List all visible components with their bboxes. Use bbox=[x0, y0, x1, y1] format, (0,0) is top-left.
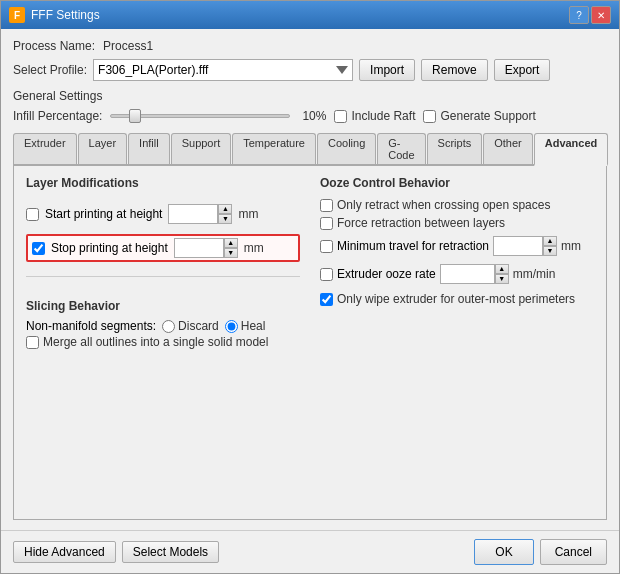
min-travel-row: Minimum travel for retraction 1.00 ▲ ▼ m… bbox=[320, 236, 594, 256]
select-profile-label: Select Profile: bbox=[13, 63, 87, 77]
discard-radio-label[interactable]: Discard bbox=[162, 319, 219, 333]
left-panel: Layer Modifications Start printing at he… bbox=[26, 176, 300, 509]
select-profile-row: Select Profile: F306_PLA(Porter).fff Imp… bbox=[13, 59, 607, 81]
ooze-rate-unit: mm/min bbox=[513, 267, 556, 281]
min-travel-spin-down[interactable]: ▼ bbox=[543, 246, 557, 256]
general-settings-label: General Settings bbox=[13, 89, 607, 103]
app-icon: F bbox=[9, 7, 25, 23]
footer-right: OK Cancel bbox=[474, 539, 607, 565]
ooze-rate-input[interactable]: 100.0 bbox=[440, 264, 495, 284]
cancel-button[interactable]: Cancel bbox=[540, 539, 607, 565]
start-printing-spinner: 1.00 ▲ ▼ bbox=[168, 204, 232, 224]
start-printing-spin-up[interactable]: ▲ bbox=[218, 204, 232, 214]
non-manifold-row: Non-manifold segments: Discard Heal bbox=[26, 317, 300, 335]
infill-percent: 10% bbox=[302, 109, 326, 123]
min-travel-input[interactable]: 1.00 bbox=[493, 236, 543, 256]
infill-row: Infill Percentage: 10% Include Raft Gene… bbox=[13, 109, 607, 123]
start-printing-input[interactable]: 1.00 bbox=[168, 204, 218, 224]
min-travel-spin-up[interactable]: ▲ bbox=[543, 236, 557, 246]
help-button[interactable]: ? bbox=[569, 6, 589, 24]
tab-infill[interactable]: Infill bbox=[128, 133, 170, 164]
force-retraction-label[interactable]: Force retraction between layers bbox=[320, 216, 594, 230]
start-printing-checkbox-label[interactable] bbox=[26, 208, 39, 221]
hide-advanced-button[interactable]: Hide Advanced bbox=[13, 541, 116, 563]
ooze-rate-spinner: 100.0 ▲ ▼ bbox=[440, 264, 509, 284]
tab-bar: Extruder Layer Infill Support Temperatur… bbox=[13, 133, 607, 166]
infill-label: Infill Percentage: bbox=[13, 109, 102, 123]
only-wipe-label[interactable]: Only wipe extruder for outer-most perime… bbox=[320, 292, 594, 306]
stop-printing-spinner: 1.00 ▲ ▼ bbox=[174, 238, 238, 258]
footer: Hide Advanced Select Models OK Cancel bbox=[1, 530, 619, 573]
min-travel-unit: mm bbox=[561, 239, 581, 253]
only-retract-label[interactable]: Only retract when crossing open spaces bbox=[320, 198, 594, 212]
tab-content-advanced: Layer Modifications Start printing at he… bbox=[13, 166, 607, 520]
tab-scripts[interactable]: Scripts bbox=[427, 133, 483, 164]
ooze-control-title: Ooze Control Behavior bbox=[320, 176, 594, 190]
slicing-section: Slicing Behavior Non-manifold segments: … bbox=[26, 299, 300, 349]
profile-dropdown[interactable]: F306_PLA(Porter).fff bbox=[93, 59, 353, 81]
process-name-label: Process Name: bbox=[13, 39, 95, 53]
infill-slider-thumb[interactable] bbox=[129, 109, 141, 123]
start-printing-row: Start printing at height 1.00 ▲ ▼ mm bbox=[26, 202, 300, 226]
stop-printing-spin-up[interactable]: ▲ bbox=[224, 238, 238, 248]
ooze-rate-row: Extruder ooze rate 100.0 ▲ ▼ mm/min bbox=[320, 264, 594, 284]
heal-radio-label[interactable]: Heal bbox=[225, 319, 266, 333]
title-bar-left: F FFF Settings bbox=[9, 7, 100, 23]
min-travel-spin-btns: ▲ ▼ bbox=[543, 236, 557, 256]
close-button[interactable]: ✕ bbox=[591, 6, 611, 24]
min-travel-spinner: 1.00 ▲ ▼ bbox=[493, 236, 557, 256]
ooze-rate-spin-up[interactable]: ▲ bbox=[495, 264, 509, 274]
min-travel-checkbox[interactable] bbox=[320, 240, 333, 253]
footer-left: Hide Advanced Select Models bbox=[13, 541, 219, 563]
merge-outlines-checkbox[interactable] bbox=[26, 336, 39, 349]
include-raft-label[interactable]: Include Raft bbox=[334, 109, 415, 123]
window-title: FFF Settings bbox=[31, 8, 100, 22]
start-printing-spin-down[interactable]: ▼ bbox=[218, 214, 232, 224]
ooze-rate-checkbox[interactable] bbox=[320, 268, 333, 281]
tab-advanced[interactable]: Advanced bbox=[534, 133, 609, 166]
tab-cooling[interactable]: Cooling bbox=[317, 133, 376, 164]
min-travel-label: Minimum travel for retraction bbox=[337, 239, 489, 253]
generate-support-label[interactable]: Generate Support bbox=[423, 109, 535, 123]
export-button[interactable]: Export bbox=[494, 59, 551, 81]
stop-printing-checkbox[interactable] bbox=[32, 242, 45, 255]
heal-radio[interactable] bbox=[225, 320, 238, 333]
tab-gcode[interactable]: G-Code bbox=[377, 133, 425, 164]
infill-slider-track[interactable] bbox=[110, 114, 290, 118]
ok-button[interactable]: OK bbox=[474, 539, 533, 565]
import-button[interactable]: Import bbox=[359, 59, 415, 81]
ooze-rate-label: Extruder ooze rate bbox=[337, 267, 436, 281]
include-raft-checkbox[interactable] bbox=[334, 110, 347, 123]
stop-printing-checkbox-label[interactable] bbox=[32, 242, 45, 255]
stop-printing-label: Stop printing at height bbox=[51, 241, 168, 255]
ooze-rate-spin-down[interactable]: ▼ bbox=[495, 274, 509, 284]
main-window: F FFF Settings ? ✕ Process Name: Process… bbox=[0, 0, 620, 574]
tab-support[interactable]: Support bbox=[171, 133, 232, 164]
stop-printing-input[interactable]: 1.00 bbox=[174, 238, 224, 258]
stop-printing-row: Stop printing at height 1.00 ▲ ▼ mm bbox=[26, 234, 300, 262]
tab-layer[interactable]: Layer bbox=[78, 133, 128, 164]
start-printing-spin-btns: ▲ ▼ bbox=[218, 204, 232, 224]
stop-printing-spin-btns: ▲ ▼ bbox=[224, 238, 238, 258]
generate-support-checkbox[interactable] bbox=[423, 110, 436, 123]
title-bar: F FFF Settings ? ✕ bbox=[1, 1, 619, 29]
start-printing-unit: mm bbox=[238, 207, 258, 221]
main-content: Process Name: Process1 Select Profile: F… bbox=[1, 29, 619, 530]
tab-extruder[interactable]: Extruder bbox=[13, 133, 77, 164]
discard-radio[interactable] bbox=[162, 320, 175, 333]
layer-modifications-title: Layer Modifications bbox=[26, 176, 300, 190]
force-retraction-checkbox[interactable] bbox=[320, 217, 333, 230]
select-models-button[interactable]: Select Models bbox=[122, 541, 219, 563]
stop-printing-unit: mm bbox=[244, 241, 264, 255]
start-printing-checkbox[interactable] bbox=[26, 208, 39, 221]
tab-temperature[interactable]: Temperature bbox=[232, 133, 316, 164]
merge-outlines-label[interactable]: Merge all outlines into a single solid m… bbox=[26, 335, 300, 349]
tab-other[interactable]: Other bbox=[483, 133, 533, 164]
remove-button[interactable]: Remove bbox=[421, 59, 488, 81]
only-wipe-checkbox[interactable] bbox=[320, 293, 333, 306]
right-panel: Ooze Control Behavior Only retract when … bbox=[320, 176, 594, 509]
process-name-value: Process1 bbox=[103, 39, 153, 53]
only-retract-checkbox[interactable] bbox=[320, 199, 333, 212]
stop-printing-spin-down[interactable]: ▼ bbox=[224, 248, 238, 258]
ooze-rate-spin-btns: ▲ ▼ bbox=[495, 264, 509, 284]
